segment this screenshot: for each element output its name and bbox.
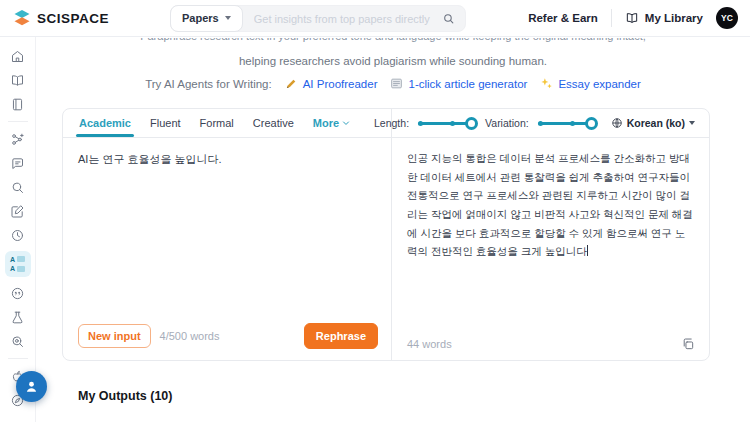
sparkles-icon bbox=[540, 77, 553, 90]
history-icon[interactable] bbox=[6, 227, 30, 243]
chat-widget-button[interactable] bbox=[16, 371, 47, 402]
agent-link-label: AI Proofreader bbox=[303, 78, 378, 90]
variation-label: Variation: bbox=[485, 117, 529, 129]
extract-data-icon[interactable] bbox=[6, 333, 30, 349]
search-input[interactable]: Get insights from top papers directly bbox=[254, 13, 442, 25]
chat-icon[interactable] bbox=[6, 155, 30, 171]
home-icon[interactable] bbox=[6, 48, 30, 64]
library-book-icon bbox=[625, 11, 639, 25]
agents-prefix: Try AI Agents for Writing: bbox=[145, 78, 272, 90]
slider-controls: Length: Variation: Korean (ko) bbox=[374, 109, 695, 137]
article-icon bbox=[390, 77, 403, 90]
output-word-count: 44 words bbox=[407, 338, 452, 350]
tagline: helping researchers avoid plagiarism whi… bbox=[36, 55, 750, 67]
scispace-logo[interactable]: SCISPACE bbox=[13, 9, 109, 27]
output-textarea[interactable]: 인공 지능의 통합은 데이터 분석 프로세스를 간소화하고 방대한 데이터 세트… bbox=[392, 138, 709, 326]
paraphraser-glyph: A A bbox=[10, 256, 25, 273]
language-dropdown[interactable]: Korean (ko) bbox=[611, 117, 695, 129]
length-label: Length: bbox=[374, 117, 409, 129]
language-selected-label: Korean (ko) bbox=[627, 117, 685, 129]
scispace-app: SCISPACE Papers Get insights from top pa… bbox=[0, 0, 750, 422]
chevron-down-icon bbox=[341, 118, 351, 128]
tab-more-label: More bbox=[313, 117, 339, 129]
essay-expander-link[interactable]: Essay expander bbox=[540, 77, 640, 90]
brand-name: SCISPACE bbox=[37, 11, 109, 26]
copy-icon[interactable] bbox=[681, 337, 695, 351]
search-icon[interactable] bbox=[442, 12, 455, 25]
flask-icon[interactable] bbox=[6, 309, 30, 325]
output-text: 인공 지능의 통합은 데이터 분석 프로세스를 간소화하고 방대한 데이터 세트… bbox=[407, 152, 693, 257]
tab-academic[interactable]: Academic bbox=[79, 109, 131, 137]
rephrase-button[interactable]: Rephrase bbox=[304, 323, 378, 349]
new-input-button[interactable]: New input bbox=[78, 324, 151, 348]
library-icon[interactable] bbox=[6, 72, 30, 88]
refer-earn-link[interactable]: Refer & Earn bbox=[528, 12, 598, 24]
agent-link-label: 1-click article generator bbox=[408, 78, 527, 90]
person-icon bbox=[23, 378, 40, 395]
papers-search-bar[interactable]: Papers Get insights from top papers dire… bbox=[170, 5, 466, 32]
user-avatar[interactable]: YC bbox=[716, 7, 738, 29]
input-text: AI는 연구 효율성을 높입니다. bbox=[78, 153, 222, 165]
citation-icon[interactable] bbox=[6, 285, 30, 301]
my-library-label: My Library bbox=[645, 12, 703, 24]
input-footer: New input 4/500 words Rephrase bbox=[78, 323, 378, 349]
search-sidebar-icon[interactable] bbox=[6, 179, 30, 195]
variation-slider-knob[interactable] bbox=[585, 117, 598, 130]
globe-icon bbox=[611, 117, 623, 129]
sidebar-divider bbox=[8, 358, 28, 359]
notebook-icon[interactable] bbox=[6, 96, 30, 112]
length-slider[interactable] bbox=[418, 117, 476, 130]
clipped-intro-line: Paraphrase research text in your preferr… bbox=[36, 38, 750, 52]
pen-icon bbox=[285, 77, 298, 90]
input-word-count: 4/500 words bbox=[160, 330, 220, 342]
tab-more[interactable]: More bbox=[313, 109, 351, 137]
my-library-link[interactable]: My Library bbox=[625, 11, 703, 25]
papers-dropdown[interactable]: Papers bbox=[170, 5, 243, 32]
output-footer: 44 words bbox=[407, 337, 695, 351]
article-generator-link[interactable]: 1-click article generator bbox=[390, 77, 527, 90]
card-header: Academic Fluent Formal Creative More Len… bbox=[63, 109, 709, 138]
research-graph-icon[interactable] bbox=[6, 131, 30, 147]
navbar-divider bbox=[611, 9, 612, 27]
tab-creative[interactable]: Creative bbox=[253, 109, 294, 137]
chevron-down-icon bbox=[689, 121, 695, 125]
paraphraser-icon[interactable]: A A bbox=[5, 251, 31, 277]
ai-agents-row: Try AI Agents for Writing: AI Proofreade… bbox=[36, 77, 750, 90]
sidebar-divider bbox=[8, 121, 28, 122]
ai-proofreader-link[interactable]: AI Proofreader bbox=[285, 77, 378, 90]
scispace-logo-icon bbox=[13, 9, 31, 27]
papers-dropdown-label: Papers bbox=[182, 12, 219, 24]
my-outputs-title: My Outputs (10) bbox=[78, 389, 172, 403]
navbar-right: Refer & Earn My Library YC bbox=[528, 7, 750, 29]
agent-link-label: Essay expander bbox=[558, 78, 640, 90]
icon-sidebar: A A bbox=[0, 37, 36, 422]
chevron-down-icon bbox=[225, 16, 231, 20]
compose-icon[interactable] bbox=[6, 203, 30, 219]
tab-formal[interactable]: Formal bbox=[200, 109, 234, 137]
length-slider-knob[interactable] bbox=[465, 117, 478, 130]
top-navbar: SCISPACE Papers Get insights from top pa… bbox=[0, 0, 750, 37]
tone-tabs: Academic Fluent Formal Creative More bbox=[79, 109, 351, 137]
text-cursor bbox=[587, 245, 588, 256]
tab-fluent[interactable]: Fluent bbox=[150, 109, 181, 137]
paraphraser-card: Academic Fluent Formal Creative More Len… bbox=[62, 108, 710, 361]
variation-slider[interactable] bbox=[538, 117, 596, 130]
